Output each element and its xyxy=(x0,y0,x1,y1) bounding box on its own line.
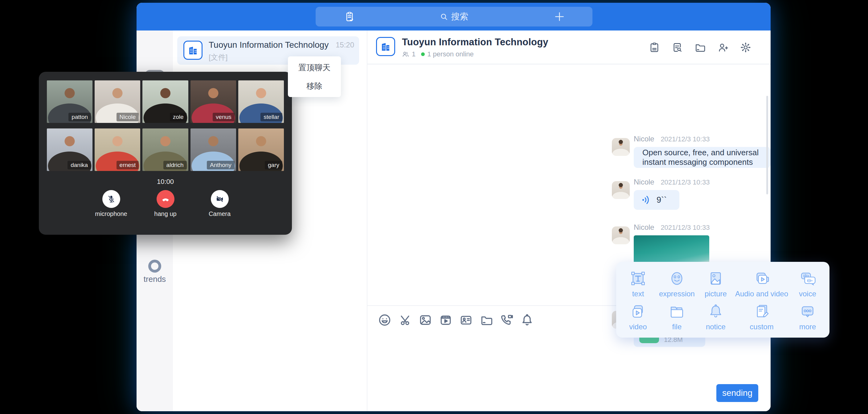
menu-item-remove[interactable]: 移除 xyxy=(288,77,341,95)
video-tile[interactable]: ernest xyxy=(95,128,140,171)
contact-card-button[interactable] xyxy=(459,313,473,327)
message-meta: Nicole 2021/12/3 10:33 xyxy=(634,178,710,186)
video-tile[interactable]: Nicole xyxy=(95,81,140,123)
message-type-panel: text expression picture Audio and video xyxy=(616,262,830,338)
sender-avatar[interactable] xyxy=(612,138,630,156)
video-tile[interactable]: aldrich xyxy=(143,128,188,171)
sidebar-item-trends[interactable]: trends xyxy=(136,260,173,284)
emoji-button[interactable] xyxy=(378,313,392,327)
group-avatar xyxy=(183,41,203,60)
participant-name: stellar xyxy=(260,113,282,121)
camera-toggle-button[interactable] xyxy=(211,190,229,208)
participant-name: patton xyxy=(68,113,91,121)
member-count: 1 xyxy=(412,50,415,58)
voice-message-bubble[interactable]: 9`` xyxy=(634,190,679,210)
video-tile[interactable]: zole xyxy=(143,81,188,123)
chat-panel: Tuoyun Information Technology 1 1 person… xyxy=(367,31,771,411)
search-icon xyxy=(440,12,448,21)
search-placeholder: 搜索 xyxy=(451,11,468,23)
microphone-toggle-button[interactable] xyxy=(102,190,120,208)
video-tile[interactable]: danika xyxy=(47,128,92,171)
call-controls: microphone hang up Camera xyxy=(47,190,284,218)
type-item-notice[interactable]: notice xyxy=(696,300,735,333)
participant-name: Nicole xyxy=(117,113,139,121)
participant-name: zole xyxy=(170,113,187,121)
message-time: 2021/12/3 10:33 xyxy=(660,224,710,231)
menu-item-pin-chat[interactable]: 置顶聊天 xyxy=(288,58,341,77)
file-button[interactable] xyxy=(479,313,493,327)
camera-off-icon xyxy=(215,194,224,203)
type-item-audio-video[interactable]: Audio and video xyxy=(735,267,788,300)
video-tile[interactable]: patton xyxy=(47,81,92,123)
chat-header-actions xyxy=(649,41,751,53)
type-item-text[interactable]: text xyxy=(619,267,657,300)
video-call-button[interactable] xyxy=(500,313,514,327)
add-icon[interactable] xyxy=(554,11,565,23)
composer-toolbar xyxy=(378,313,534,327)
add-member-button[interactable] xyxy=(717,41,729,53)
search-bar[interactable]: 搜索 xyxy=(316,7,592,27)
video-grid: patton Nicole zole venus stellar danika … xyxy=(47,81,284,171)
notification-button[interactable] xyxy=(520,313,534,327)
participant-name: gary xyxy=(265,161,282,169)
video-tile[interactable]: Anthony xyxy=(190,128,236,171)
voice-wave-icon xyxy=(641,194,652,206)
type-item-file[interactable]: file xyxy=(657,300,696,333)
trends-icon xyxy=(148,260,161,273)
scrollbar[interactable] xyxy=(766,96,768,194)
participant-name: Anthony xyxy=(207,161,235,169)
type-item-custom[interactable]: custom xyxy=(735,300,788,333)
type-item-label: expression xyxy=(659,290,695,298)
conversation-last-message: [文件] xyxy=(209,52,227,62)
type-item-label: text xyxy=(632,290,644,298)
video-tile[interactable]: gary xyxy=(238,128,284,171)
type-item-picture[interactable]: picture xyxy=(696,267,735,300)
message-meta: Nicole 2021/12/3 10:33 xyxy=(634,135,710,143)
chat-title: Tuoyun Information Technology xyxy=(402,37,548,48)
type-item-label: more xyxy=(799,322,816,331)
context-menu: 置顶聊天 移除 xyxy=(288,56,341,97)
type-item-label: voice xyxy=(799,290,816,298)
hangup-label: hang up xyxy=(148,211,183,218)
announcement-button[interactable] xyxy=(649,41,660,53)
text-message-bubble[interactable]: Open source, free, and universal instant… xyxy=(634,147,771,168)
screenshot-button[interactable] xyxy=(398,313,412,327)
more-icon xyxy=(799,303,816,320)
picture-button[interactable] xyxy=(418,313,432,327)
send-button[interactable]: sending xyxy=(716,384,758,402)
type-item-label: file xyxy=(672,322,682,331)
file-icon xyxy=(668,303,685,320)
participant-name: aldrich xyxy=(163,161,187,169)
type-item-expression[interactable]: expression xyxy=(657,267,696,300)
building-icon xyxy=(380,41,391,52)
voice-icon xyxy=(799,270,816,287)
video-tile[interactable]: stellar xyxy=(238,81,284,123)
custom-icon xyxy=(753,303,770,320)
participant-name: venus xyxy=(213,113,235,121)
type-item-more[interactable]: more xyxy=(788,300,827,333)
group-files-button[interactable] xyxy=(694,41,706,53)
message-meta: Nicole 2021/12/3 10:33 xyxy=(634,223,710,232)
online-dot xyxy=(421,52,425,56)
type-item-video[interactable]: video xyxy=(619,300,657,333)
call-record-icon[interactable] xyxy=(344,11,355,22)
sender-avatar[interactable] xyxy=(612,226,630,244)
group-avatar[interactable] xyxy=(376,37,395,56)
type-item-label: video xyxy=(629,322,647,331)
message-text: Open source, free, and universal instant… xyxy=(642,148,762,167)
video-button[interactable] xyxy=(439,313,453,327)
hangup-control: hang up xyxy=(148,190,183,218)
type-item-voice[interactable]: voice xyxy=(788,267,827,300)
online-status: 1 person online xyxy=(427,50,473,58)
chat-subtitle: 1 1 person online xyxy=(402,50,474,58)
hangup-button[interactable] xyxy=(157,190,175,208)
type-item-label: notice xyxy=(706,322,725,331)
type-item-label: custom xyxy=(750,322,773,331)
participant-name: ernest xyxy=(117,161,139,169)
settings-button[interactable] xyxy=(740,41,751,53)
chat-history-search-button[interactable] xyxy=(671,41,683,53)
sender-avatar[interactable] xyxy=(612,181,630,199)
video-tile[interactable]: venus xyxy=(190,81,236,123)
search-field[interactable]: 搜索 xyxy=(440,11,468,23)
trends-label: trends xyxy=(136,275,173,284)
